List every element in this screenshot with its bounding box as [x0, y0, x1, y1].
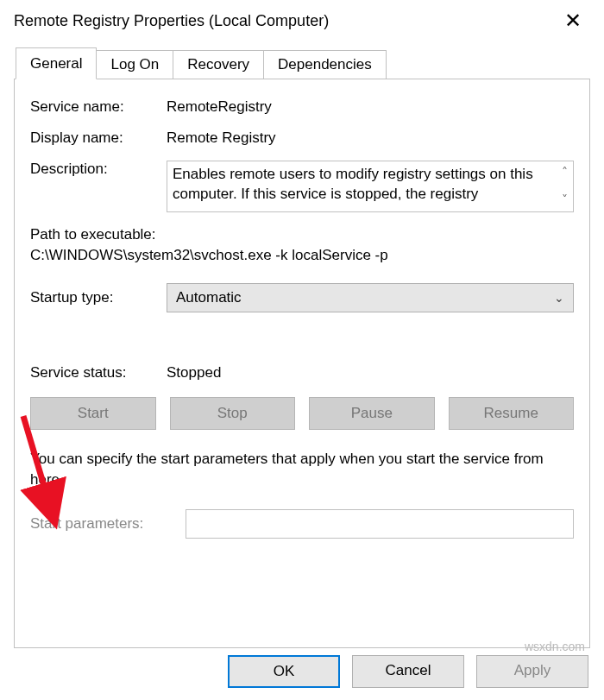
display-name-label: Display name: — [30, 129, 167, 147]
resume-button[interactable]: Resume — [449, 397, 575, 430]
description-text[interactable]: Enables remote users to modify registry … — [173, 165, 557, 205]
close-icon[interactable]: ✕ — [556, 9, 590, 33]
stop-button[interactable]: Stop — [170, 397, 296, 430]
description-box: Enables remote users to modify registry … — [167, 161, 574, 212]
chevron-down-icon: ⌄ — [554, 291, 564, 305]
pause-button[interactable]: Pause — [309, 397, 435, 430]
path-label: Path to executable: — [30, 226, 574, 243]
scroll-up-icon[interactable]: ˄ — [562, 165, 568, 179]
startup-type-value: Automatic — [176, 289, 242, 306]
service-status-label: Service status: — [30, 364, 167, 382]
tab-general[interactable]: General — [16, 47, 97, 79]
cancel-button[interactable]: Cancel — [352, 655, 464, 688]
apply-button[interactable]: Apply — [476, 655, 588, 688]
ok-button[interactable]: OK — [228, 655, 340, 688]
dialog-button-bar: OK Cancel Apply — [228, 655, 588, 688]
service-status-value: Stopped — [167, 364, 574, 382]
general-panel: Service name: RemoteRegistry Display nam… — [14, 79, 590, 648]
description-label: Description: — [30, 161, 167, 212]
path-value: C:\WINDOWS\system32\svchost.exe -k local… — [30, 247, 574, 264]
tab-logon[interactable]: Log On — [96, 50, 173, 79]
service-name-value: RemoteRegistry — [167, 98, 574, 116]
start-params-input[interactable] — [186, 509, 574, 539]
startup-type-label: Startup type: — [30, 289, 167, 306]
service-control-buttons: Start Stop Pause Resume — [30, 397, 574, 430]
tab-strip: General Log On Recovery Dependencies — [16, 47, 604, 79]
tab-dependencies[interactable]: Dependencies — [263, 50, 387, 79]
start-button[interactable]: Start — [30, 397, 156, 430]
start-params-hint: You can specify the start parameters tha… — [30, 449, 574, 490]
startup-type-select[interactable]: Automatic ⌄ — [167, 283, 574, 312]
tab-recovery[interactable]: Recovery — [173, 50, 264, 79]
window-title: Remote Registry Properties (Local Comput… — [14, 12, 329, 30]
start-params-label: Start parameters: — [30, 515, 186, 533]
service-name-label: Service name: — [30, 98, 167, 116]
description-scrollbar[interactable]: ˄ ˅ — [562, 165, 568, 206]
titlebar: Remote Registry Properties (Local Comput… — [0, 0, 604, 40]
display-name-value: Remote Registry — [167, 129, 574, 147]
scroll-down-icon[interactable]: ˅ — [562, 192, 568, 206]
watermark: wsxdn.com — [525, 640, 585, 653]
